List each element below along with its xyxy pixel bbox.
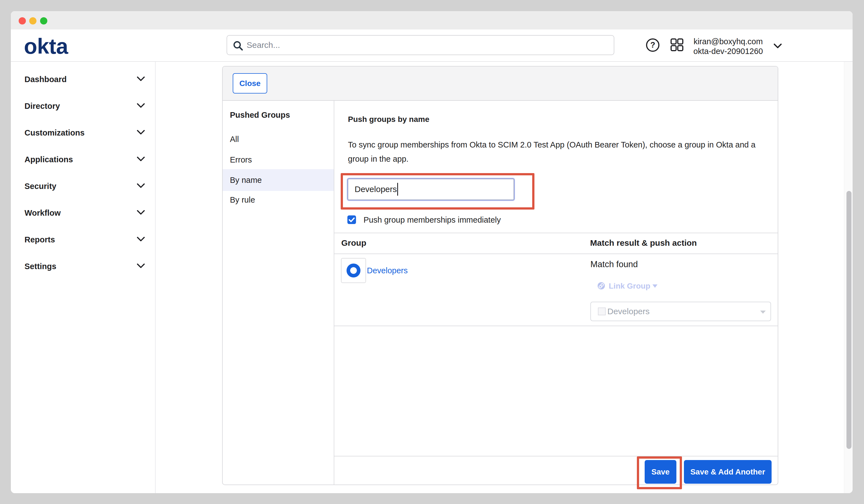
svg-text:?: ? [650, 40, 655, 49]
